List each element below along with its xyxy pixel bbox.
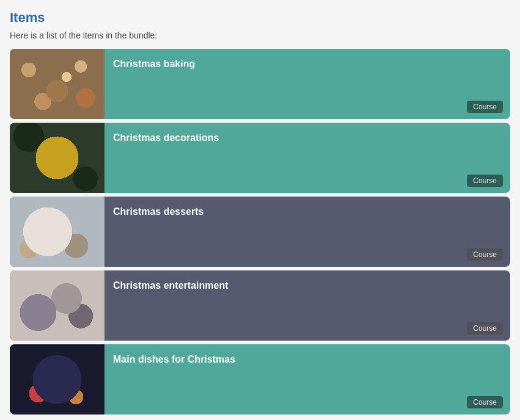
page-title: Items xyxy=(10,10,510,26)
item-badge-main-dishes-christmas: Course xyxy=(467,396,503,408)
thumbnail-christmas-entertainment xyxy=(10,270,104,341)
item-content-christmas-entertainment: Christmas entertainmentCourse xyxy=(104,270,510,341)
item-title-christmas-entertainment: Christmas entertainment xyxy=(113,280,502,291)
item-title-christmas-decorations: Christmas decorations xyxy=(113,132,502,143)
thumbnail-christmas-baking xyxy=(10,49,104,119)
item-title-christmas-desserts: Christmas desserts xyxy=(113,206,502,217)
items-list: Christmas bakingCourseChristmas decorati… xyxy=(10,49,510,415)
item-badge-christmas-decorations: Course xyxy=(467,175,503,187)
item-card-christmas-baking[interactable]: Christmas bakingCourse xyxy=(10,49,510,119)
item-content-christmas-decorations: Christmas decorationsCourse xyxy=(104,123,510,193)
item-content-main-dishes-christmas: Main dishes for ChristmasCourse xyxy=(104,344,510,415)
thumbnail-christmas-desserts xyxy=(10,197,104,267)
item-card-christmas-entertainment[interactable]: Christmas entertainmentCourse xyxy=(10,270,510,341)
item-card-main-dishes-christmas[interactable]: Main dishes for ChristmasCourse xyxy=(10,344,510,415)
item-title-main-dishes-christmas: Main dishes for Christmas xyxy=(113,354,502,365)
page-subtitle: Here is a list of the items in the bundl… xyxy=(10,31,510,40)
item-content-christmas-desserts: Christmas dessertsCourse xyxy=(104,197,510,267)
item-badge-christmas-desserts: Course xyxy=(467,248,503,261)
thumbnail-main-dishes-christmas xyxy=(10,344,104,415)
item-card-christmas-decorations[interactable]: Christmas decorationsCourse xyxy=(10,123,510,193)
item-content-christmas-baking: Christmas bakingCourse xyxy=(104,49,510,119)
thumbnail-christmas-decorations xyxy=(10,123,104,193)
item-title-christmas-baking: Christmas baking xyxy=(113,59,502,70)
item-badge-christmas-entertainment: Course xyxy=(467,322,503,335)
item-card-christmas-desserts[interactable]: Christmas dessertsCourse xyxy=(10,197,510,267)
item-badge-christmas-baking: Course xyxy=(467,101,503,113)
